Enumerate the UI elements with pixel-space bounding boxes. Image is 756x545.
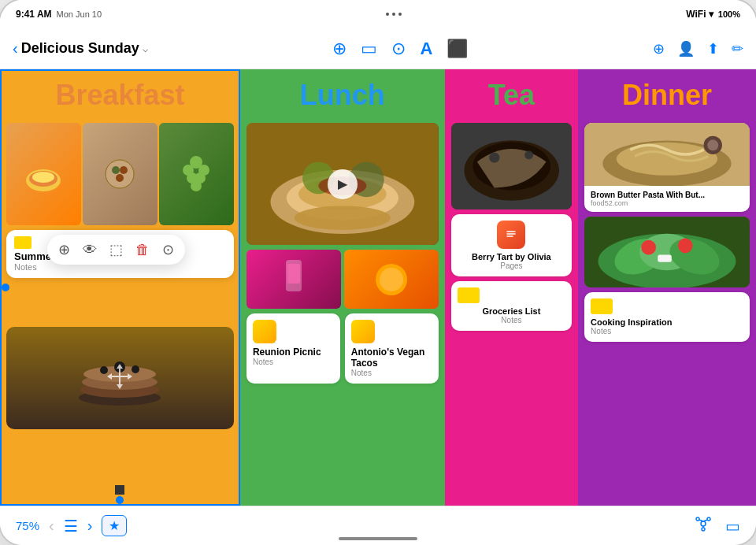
dinner-web-image <box>584 123 750 186</box>
svg-point-54 <box>702 528 705 531</box>
pages-icon <box>497 221 525 249</box>
dinner-web-card[interactable]: Brown Butter Pasta With But... food52.co… <box>584 123 750 212</box>
layers-icon[interactable]: ⊙ <box>391 39 406 59</box>
svg-point-6 <box>116 174 124 182</box>
dinner-salad-image[interactable] <box>584 217 750 287</box>
dinner-note-subtitle: Notes <box>591 327 743 336</box>
svg-rect-37 <box>504 228 518 242</box>
network-icon[interactable] <box>694 514 713 537</box>
prev-button[interactable]: ‹ <box>49 517 54 535</box>
dot3 <box>398 13 402 16</box>
tea-note-title: Groceries List <box>458 306 565 316</box>
breakfast-image-3[interactable] <box>159 123 234 225</box>
share-icon[interactable]: ⬆ <box>707 40 719 57</box>
image-icon[interactable]: ⬛ <box>447 39 468 59</box>
collaborate-icon[interactable]: 👤 <box>677 40 695 57</box>
tea-main-image[interactable] <box>451 123 572 209</box>
play-button[interactable]: ▶ <box>328 169 358 199</box>
tea-note-subtitle: Notes <box>458 316 565 324</box>
columns-container: Breakfast <box>0 69 756 506</box>
zoom-level[interactable]: 75% <box>16 519 39 532</box>
status-date: Mon Jun 10 <box>57 9 102 19</box>
svg-point-27 <box>295 206 391 229</box>
lunch-note-2-title: Antonio's Vegan Tacos <box>351 347 432 369</box>
lunch-small-image-1[interactable] <box>246 250 341 309</box>
next-button[interactable]: › <box>87 517 93 535</box>
svg-point-51 <box>701 521 706 526</box>
float-add-icon[interactable]: ⊕ <box>58 241 70 258</box>
svg-rect-29 <box>287 264 300 284</box>
breakfast-images <box>6 123 234 225</box>
text-icon[interactable]: A <box>420 39 432 59</box>
svg-point-48 <box>641 240 656 255</box>
tea-groceries-card[interactable]: Groceries List Notes <box>451 281 572 331</box>
dinner-cooking-card[interactable]: Cooking Inspiration Notes <box>584 292 750 342</box>
help-icon[interactable]: ⊕ <box>653 40 665 57</box>
float-eye-icon[interactable]: 👁 <box>83 242 97 258</box>
toolbar-left: ‹ Delicious Sunday ⌵ <box>13 39 148 57</box>
wifi-icon: WiFi ▾ <box>686 9 713 20</box>
float-more-icon[interactable]: ⊙ <box>162 241 174 258</box>
star-button[interactable]: ★ <box>102 515 127 536</box>
note-icon-1 <box>253 320 276 343</box>
back-chevron-icon[interactable]: ‹ <box>13 39 18 57</box>
home-indicator <box>339 537 417 540</box>
note-icon <box>14 236 32 249</box>
handle-dot-bottom[interactable] <box>116 496 124 504</box>
window-button[interactable]: ▭ <box>725 517 740 536</box>
dinner-web-info: Brown Butter Pasta With But... food52.co… <box>584 186 750 212</box>
dinner-web-title: Brown Butter Pasta With But... <box>591 191 743 199</box>
edit-icon[interactable]: ✏ <box>732 40 743 57</box>
pancakes-image[interactable] <box>6 327 234 429</box>
float-copy-icon[interactable]: ⬚ <box>109 241 123 258</box>
svg-point-53 <box>707 517 710 521</box>
column-tea[interactable]: Tea <box>445 69 578 506</box>
lunch-note-1-title: Reunion Picnic <box>253 347 334 358</box>
battery-label: 100% <box>718 9 740 19</box>
svg-point-42 <box>707 139 718 150</box>
svg-line-56 <box>703 520 707 521</box>
canvas-area: Breakfast <box>0 69 756 506</box>
lunch-small-images <box>246 250 439 309</box>
breakfast-image-2[interactable] <box>83 123 158 225</box>
toolbar: ‹ Delicious Sunday ⌵ ⊕ ▭ ⊙ A ⬛ ⊕ 👤 ⬆ ✏ <box>0 28 756 69</box>
lunch-note-2-subtitle: Notes <box>351 369 432 377</box>
svg-point-4 <box>112 166 120 174</box>
rectangle-icon[interactable]: ▭ <box>361 39 377 59</box>
status-bar-left: 9:41 AM Mon Jun 10 <box>16 9 102 20</box>
toolbar-right: ⊕ 👤 ⬆ ✏ <box>653 40 743 57</box>
column-dinner[interactable]: Dinner <box>578 69 756 506</box>
status-bar: 9:41 AM Mon Jun 10 WiFi ▾ 100% <box>0 0 756 28</box>
tea-pages-title: Berry Tart by Olivia <box>472 252 551 261</box>
add-icon[interactable]: ⊕ <box>332 39 346 59</box>
lunch-small-image-2[interactable] <box>344 250 439 309</box>
float-delete-icon[interactable]: 🗑 <box>135 242 150 258</box>
status-bar-center <box>386 13 402 16</box>
note-icon-2 <box>351 320 375 343</box>
dropdown-arrow-icon[interactable]: ⌵ <box>143 43 148 54</box>
lunch-note-reunion[interactable]: Reunion Picnic Notes <box>246 313 340 384</box>
bottom-bar-left: 75% ‹ ☰ › ★ <box>16 515 127 536</box>
col-header-dinner: Dinner <box>578 69 756 118</box>
bottom-bar-right: ▭ <box>694 514 740 537</box>
dot2 <box>392 13 395 16</box>
svg-point-12 <box>191 180 202 191</box>
status-time: 9:41 AM <box>16 9 52 20</box>
dinner-note-icon <box>591 298 613 314</box>
dinner-note-card[interactable]: Cooking Inspiration Notes <box>584 292 750 342</box>
toolbar-center: ⊕ ▭ ⊙ A ⬛ <box>332 39 468 59</box>
svg-point-31 <box>380 268 403 291</box>
column-breakfast[interactable]: Breakfast <box>0 69 240 506</box>
tea-pages-card[interactable]: Berry Tart by Olivia Pages <box>451 214 572 276</box>
handle-dot-left[interactable] <box>2 284 9 291</box>
lunch-note-vegan[interactable]: Antonio's Vegan Tacos Notes <box>345 313 439 384</box>
list-view-button[interactable]: ☰ <box>64 517 78 536</box>
status-bar-right: WiFi ▾ 100% <box>686 9 740 20</box>
tea-pages-subtitle: Pages <box>500 261 522 270</box>
col-header-tea: Tea <box>445 69 578 118</box>
lunch-notes: Reunion Picnic Notes Antonio's Vegan Tac… <box>246 313 439 384</box>
lunch-main-image[interactable]: ▶ <box>246 123 439 245</box>
svg-point-49 <box>678 239 693 254</box>
breakfast-image-1[interactable] <box>6 123 81 225</box>
column-lunch[interactable]: Lunch ▶ <box>240 69 445 506</box>
